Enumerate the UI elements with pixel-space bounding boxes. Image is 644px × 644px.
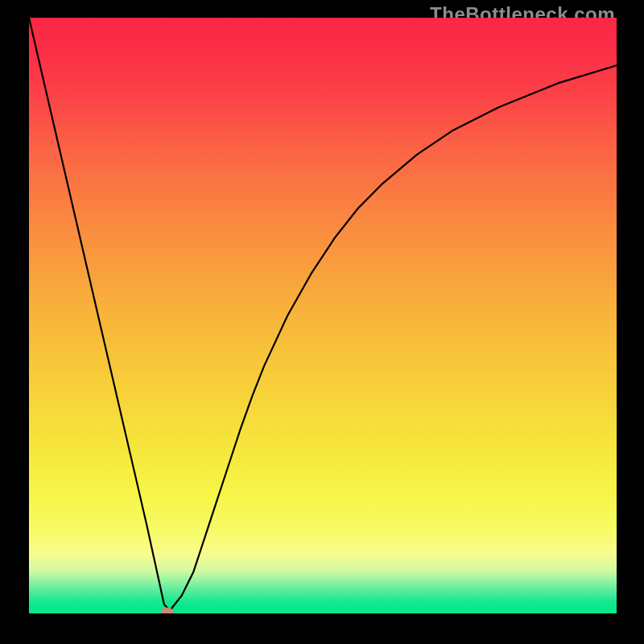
chart-background [29, 18, 617, 613]
plot-area [29, 18, 617, 613]
chart-frame: TheBottleneck.com [0, 0, 644, 644]
chart-svg [29, 18, 617, 613]
